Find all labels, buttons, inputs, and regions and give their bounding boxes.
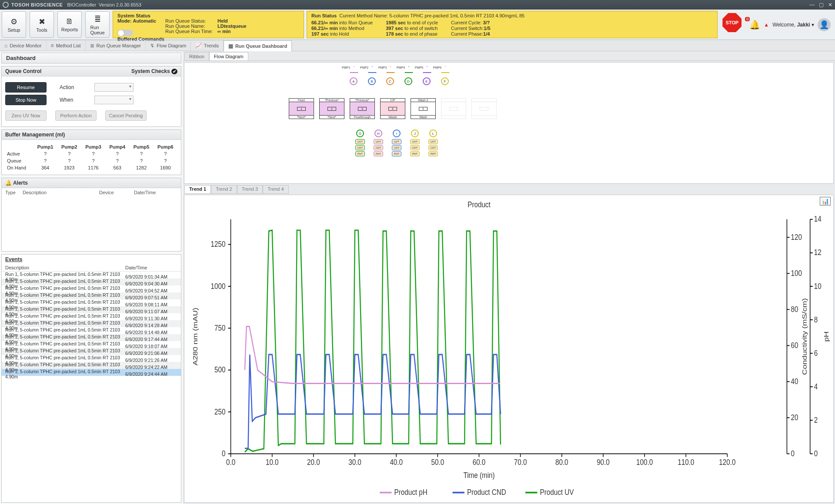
zero-uv-button[interactable]: Zero UV Now: [5, 110, 47, 121]
svg-text:80.0: 80.0: [555, 458, 568, 467]
stop-button[interactable]: STOP: [722, 13, 741, 32]
sensor-icon: CDT: [355, 145, 365, 150]
setup-icon: ⚙: [10, 17, 17, 27]
event-row[interactable]: Run 1, 5-column TPHC pre-packed 1mL 0.5m…: [2, 369, 181, 376]
event-row[interactable]: Run 1, 5-column TPHC pre-packed 1mL 0.5m…: [2, 292, 181, 299]
warning-icon[interactable]: ▲: [764, 22, 769, 28]
run
queue-icon: ≣: [94, 14, 101, 24]
inlet-valve-icon: C: [386, 77, 394, 85]
svg-text:A280 nm (mAU): A280 nm (mAU): [192, 308, 199, 365]
stop-now-button[interactable]: Stop Now: [5, 95, 47, 105]
setup-button[interactable]: ⚙Setup: [2, 11, 26, 38]
dashboard-title: Dashboard: [1, 53, 181, 63]
system-checks-button[interactable]: System Checks ✔: [131, 68, 177, 74]
event-row[interactable]: Run 1, 5-column TPHC pre-packed 1mL 0.5m…: [2, 355, 181, 362]
tab-flow-diagram[interactable]: ↯Flow Diagram: [146, 40, 191, 51]
svg-text:100.0: 100.0: [636, 458, 653, 467]
maximize-icon[interactable]: ▢: [819, 2, 824, 8]
svg-text:Conductivity (mS/cm): Conductivity (mS/cm): [801, 298, 808, 375]
sensor-icon: CDT: [410, 145, 420, 150]
resume-button[interactable]: Resume: [5, 82, 47, 93]
trend-tab-1[interactable]: Trend 1: [184, 185, 211, 194]
tab-trends[interactable]: 📈Trends: [191, 40, 224, 51]
tab-run-queue-dashboard[interactable]: ▦Run Queue Dashboard: [224, 40, 292, 51]
sensor-icon: PHT: [428, 151, 438, 156]
inlet-valve-icon: E: [423, 77, 431, 85]
event-row[interactable]: Run 1, 5-column TPHC pre-packed 1mL 0.5m…: [2, 320, 181, 327]
when-dropdown[interactable]: [94, 96, 134, 104]
perform-action-button[interactable]: Perform Action: [55, 110, 97, 121]
tab-method-list[interactable]: ≡Method List: [47, 40, 86, 51]
event-row[interactable]: Run 1, 5-column TPHC pre-packed 1mL 0.5m…: [2, 285, 181, 292]
event-row[interactable]: Run 1, 5-column TPHC pre-packed 1mL 0.5m…: [2, 327, 181, 334]
event-row[interactable]: Run 1, 5-column TPHC pre-packed 1mL 0.5m…: [2, 306, 181, 313]
svg-text:60: 60: [791, 341, 798, 350]
cancel-pending-button[interactable]: Cancel Pending: [105, 110, 147, 121]
sensor-icon: CDT: [392, 145, 401, 150]
event-row[interactable]: Run 1, 5-column TPHC pre-packed 1mL 0.5m…: [2, 348, 181, 355]
tab-run-queue-manager[interactable]: ≣Run Queue Manager: [86, 40, 146, 51]
svg-text:120: 120: [791, 232, 802, 242]
brand-logo-icon: [3, 2, 9, 8]
avatar-icon[interactable]: 👤: [818, 18, 831, 31]
trend-tab-4[interactable]: Trend 4: [263, 185, 289, 194]
tools-button[interactable]: ✖Tools: [30, 11, 54, 38]
column-box: Wash 25Wash: [411, 98, 436, 119]
column-box: CIP4Waste: [380, 98, 405, 119]
column-box: *Previous*3Flowthrough: [350, 98, 375, 119]
sensor-icon: PHT: [410, 151, 420, 156]
minimize-icon[interactable]: —: [809, 2, 815, 8]
event-row[interactable]: Run 1, 5-column TPHC pre-packed 1mL 0.5m…: [2, 341, 181, 348]
svg-text:30.0: 30.0: [348, 458, 361, 467]
close-icon[interactable]: ✕: [828, 2, 832, 8]
action-dropdown[interactable]: [94, 83, 134, 92]
svg-text:10: 10: [814, 282, 822, 291]
reports-button[interactable]: 🗎Reports: [57, 11, 82, 38]
inlet-valve-icon: F: [441, 77, 449, 85]
sensor-icon: UVT: [428, 139, 438, 144]
notification-bell-icon[interactable]: 🔔0: [749, 20, 760, 30]
svg-text:40.0: 40.0: [390, 458, 403, 467]
svg-text:50.0: 50.0: [431, 458, 444, 467]
app-version: Version 2.0.30.6553: [99, 2, 141, 7]
column-box-disabled: [471, 98, 497, 119]
sensor-icon: PHT: [355, 151, 365, 156]
pump-icon: [350, 66, 358, 73]
title-bar: TOSOH BIOSCIENCE BIOController Version 2…: [0, 0, 835, 10]
event-row[interactable]: Run 1, 5-column TPHC pre-packed 1mL 0.5m…: [2, 279, 181, 285]
event-row[interactable]: Run 1, 5-column TPHC pre-packed 1mL 0.5m…: [2, 334, 181, 341]
svg-text:110.0: 110.0: [678, 458, 694, 467]
event-row[interactable]: Run 1, 5-column TPHC pre-packed 1mL 0.5m…: [2, 313, 181, 320]
trend-tab-2[interactable]: Trend 2: [211, 185, 237, 194]
svg-text:100: 100: [791, 269, 802, 278]
tab-device-monitor[interactable]: ⌂Device Monitor: [0, 40, 47, 51]
event-row[interactable]: Run 1, 5-column TPHC pre-packed 1mL 0.5m…: [2, 362, 181, 369]
svg-text:0: 0: [791, 449, 795, 458]
trend-tabs: Trend 1Trend 2Trend 3Trend 4: [183, 185, 835, 194]
subtab-flow-diagram[interactable]: Flow Diagram: [209, 52, 248, 60]
sensor-icon: UVT: [410, 139, 420, 144]
svg-text:14: 14: [814, 215, 822, 224]
pump-icon: [441, 66, 450, 73]
svg-text:750: 750: [214, 323, 225, 332]
outlet-valve-icon: G: [356, 129, 364, 137]
svg-text:6: 6: [814, 348, 818, 358]
column-box: *Previous*2*Next*: [319, 98, 344, 119]
svg-text:120.0: 120.0: [719, 458, 735, 467]
sensor-icon: CDT: [428, 145, 438, 150]
event-row[interactable]: Run 1, 5-column TPHC pre-packed 1mL 0.5m…: [2, 299, 181, 306]
subtab-ribbon[interactable]: Ribbon: [184, 52, 209, 60]
svg-text:0: 0: [222, 449, 225, 458]
svg-text:10.0: 10.0: [266, 458, 279, 467]
svg-text:2: 2: [814, 415, 818, 424]
svg-text:1250: 1250: [211, 240, 226, 249]
chart-settings-icon[interactable]: 📊: [820, 197, 831, 206]
run-queue-button[interactable]: ≣RunQueue: [85, 11, 110, 38]
svg-text:pH: pH: [823, 332, 830, 342]
auto-toggle[interactable]: [117, 30, 133, 36]
event-row[interactable]: Run 1, 5-column TPHC pre-packed 1mL 0.5m…: [2, 272, 181, 279]
trend-tab-3[interactable]: Trend 3: [237, 185, 263, 194]
svg-text:20.0: 20.0: [307, 458, 320, 467]
events-list[interactable]: Run 1, 5-column TPHC pre-packed 1mL 0.5m…: [2, 272, 181, 502]
column-box: Feed1*Next*: [289, 98, 314, 119]
